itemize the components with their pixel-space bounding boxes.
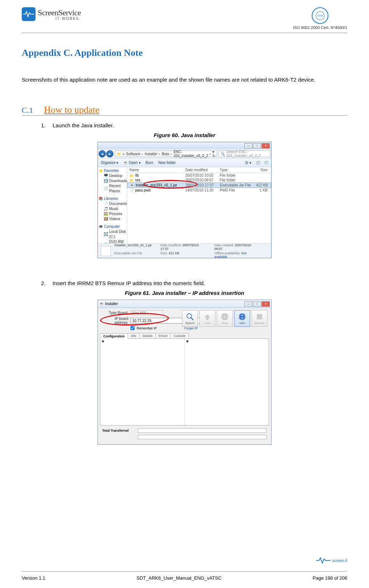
svg-line-1: [191, 317, 193, 320]
load-button[interactable]: Load: [199, 310, 215, 327]
stop-button[interactable]: ✕ Stop: [217, 310, 233, 327]
file-row[interactable]: ☕Installer_enc333_v0_1.jar28/07/2010 17:…: [127, 182, 271, 188]
section-title: How to update: [44, 104, 99, 115]
maximize-icon[interactable]: □: [253, 143, 261, 148]
column-size[interactable]: Size: [252, 168, 270, 172]
jar-file-icon: [101, 246, 111, 256]
remember-ip-label: Remember IP: [137, 326, 157, 330]
nav-recent[interactable]: 🕘Recent Places: [99, 184, 126, 194]
folder-icon: 📁: [117, 152, 121, 156]
preview-pane-icon[interactable]: ▢: [256, 161, 260, 165]
footer-version: Version 1.1: [22, 575, 45, 581]
forget-ip-link[interactable]: Forget IP: [184, 326, 198, 330]
favorites-header[interactable]: Favorites: [104, 169, 119, 173]
tab-errors[interactable]: Errors: [156, 333, 171, 338]
close-icon[interactable]: ✕: [262, 301, 270, 307]
back-button[interactable]: ◄: [99, 150, 106, 157]
step-2: Insert the IRRM2 BTS Remux IP address in…: [47, 280, 347, 286]
company-name: ScreenService: [38, 8, 81, 17]
view-icon[interactable]: ☰ ▾: [245, 161, 251, 165]
configuration-panel: [100, 338, 269, 425]
total-progress-bar: [138, 428, 267, 433]
nav-pictures[interactable]: 🖼️Pictures: [99, 211, 126, 217]
pulse-icon: [22, 7, 36, 21]
computer-icon: 💻: [99, 225, 103, 229]
figure-61-caption: Figure 61. Java installer – IP address i…: [22, 290, 347, 296]
svg-point-0: [187, 313, 192, 318]
nav-dvd[interactable]: 💿DVD RW Drive (D: [99, 239, 126, 243]
section-header: C.1 How to update: [22, 104, 347, 116]
total-transferred-label: Total Transferred: [102, 429, 135, 432]
iso-cert: IQNet ISO 9001:2000 Cert. N°4500/1: [293, 7, 347, 30]
nav-videos[interactable]: 🎞️Videos: [99, 217, 126, 222]
column-name[interactable]: Name: [127, 168, 185, 172]
figure-60-caption: Figure 60. Java installer: [22, 132, 347, 138]
figure-60-screenshot: — □ ✕ ◄ ► 📁 « Software▸ Installer▸ Beta▸…: [98, 142, 271, 258]
file-row[interactable]: 📁lib20/07/2010 10:02File folder: [127, 173, 271, 178]
svg-text:✕: ✕: [224, 315, 226, 318]
breadcrumb[interactable]: 📁 « Software▸ Installer▸ Beta▸ ENC-333_I…: [115, 151, 217, 157]
svg-rect-6: [257, 314, 262, 319]
file-list: Name Date modified Type Size 📁lib20/07/2…: [127, 167, 271, 243]
open-button[interactable]: ☕Open ▾: [123, 161, 140, 165]
library-icon: 📚: [99, 197, 103, 201]
section-number: C.1: [22, 106, 33, 115]
backup-button[interactable]: Backup: [252, 310, 268, 327]
nav-documents[interactable]: 📄Documents: [99, 201, 126, 206]
navigation-pane: ⭐Favorites 🖥️Desktop ⬇️Downloads 🕘Recent…: [98, 167, 127, 243]
nav-local-disk[interactable]: 💽Local Disk (C:): [99, 229, 126, 239]
nav-downloads[interactable]: ⬇️Downloads: [99, 178, 126, 184]
footer-page: Page 198 of 206: [313, 575, 347, 581]
page-header: ScreenService IT WORKS. IQNet ISO 9001:2…: [22, 7, 347, 33]
page-footer: screen.it Version 1.1 SDT_ARK6_User_Manu…: [22, 571, 347, 581]
column-date[interactable]: Date modified: [185, 168, 220, 172]
search-icon: 🔍: [220, 152, 225, 156]
java-icon: ☕: [99, 302, 104, 306]
tab-console[interactable]: Console: [170, 333, 189, 338]
search-button[interactable]: Search: [182, 310, 198, 327]
close-icon[interactable]: ✕: [262, 143, 270, 148]
footer-logo: screen.it: [316, 557, 347, 564]
intro-paragraph: Screenshots of this application note are…: [22, 77, 347, 83]
star-icon: ⭐: [99, 169, 103, 173]
type-board-label: Type Board:: [100, 311, 128, 315]
window-titlebar: — □ ✕: [98, 142, 271, 149]
iso-text: ISO 9001:2000 Cert. N°4500/1: [293, 25, 347, 30]
installer-tabs: Configuration Info Details Errors Consol…: [100, 333, 269, 338]
file-row[interactable]: 📁res20/07/2010 09:57File folder: [127, 178, 271, 182]
help-icon[interactable]: ⓘ: [265, 160, 268, 165]
tab-info[interactable]: Info: [128, 333, 140, 338]
burn-button[interactable]: Burn: [146, 161, 153, 165]
minimize-icon[interactable]: —: [244, 301, 252, 307]
figure-61-screenshot: ☕ Installer — □ ✕ Type Board: Enc 333 IP…: [98, 300, 271, 445]
tab-configuration[interactable]: Configuration: [100, 333, 128, 339]
libraries-header[interactable]: Libraries: [104, 197, 118, 201]
nav-music[interactable]: 🎵Music: [99, 206, 126, 211]
step-1: Launch the Java installer.: [47, 122, 347, 128]
ip-address-label: IP board address:: [100, 317, 128, 325]
nav-desktop[interactable]: 🖥️Desktop: [99, 173, 126, 178]
column-type[interactable]: Type: [220, 168, 252, 172]
visit-button[interactable]: Visit: [234, 310, 250, 327]
current-progress-bar: [138, 435, 267, 439]
maximize-icon[interactable]: □: [253, 301, 261, 307]
appendix-heading: Appendix C. Application Note: [22, 48, 347, 58]
minimize-icon[interactable]: —: [244, 143, 252, 148]
installer-titlebar: ☕ Installer — □ ✕: [98, 300, 271, 308]
type-board-field: Enc 333: [130, 310, 163, 315]
computer-header[interactable]: Computer: [104, 225, 120, 229]
remember-ip-checkbox[interactable]: [130, 326, 134, 330]
file-row[interactable]: 📄pass.pwd14/07/2010 11:20PWD File1 KB: [127, 188, 271, 193]
organize-button[interactable]: Organize ▾: [101, 161, 118, 165]
company-logo: ScreenService IT WORKS.: [22, 7, 81, 21]
search-input[interactable]: 🔍 Search ENC-333_Installer_v0_0_2: [219, 151, 270, 157]
explorer-toolbar: Organize ▾ ☕Open ▾ Burn New folder ☰ ▾ ▢…: [98, 159, 271, 167]
iso-badge-icon: IQNet: [312, 7, 328, 24]
new-folder-button[interactable]: New folder: [158, 161, 176, 165]
details-pane: Installer_enc333_v0_1.jar Date modified:…: [98, 243, 271, 258]
footer-doc-name: SDT_ARK6_User_Manual_ENG_vATSC: [137, 575, 222, 581]
tab-details[interactable]: Details: [139, 333, 156, 338]
forward-button[interactable]: ►: [106, 150, 113, 157]
